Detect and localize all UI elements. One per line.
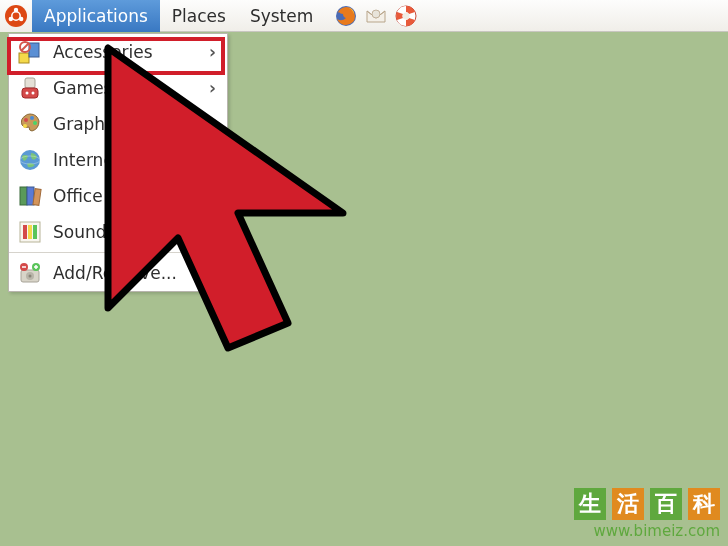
watermark-char: 生 bbox=[574, 488, 606, 520]
menu-applications[interactable]: Applications bbox=[32, 0, 160, 32]
svg-point-18 bbox=[30, 116, 34, 120]
internet-icon bbox=[17, 147, 43, 173]
menu-item-accessories[interactable]: Accessories › bbox=[9, 34, 227, 70]
menu-applications-label: Applications bbox=[44, 6, 148, 26]
watermark-char: 活 bbox=[612, 488, 644, 520]
menu-item-graphics[interactable]: Graphics bbox=[9, 106, 227, 142]
menu-item-label: Sound & Video bbox=[53, 222, 199, 242]
menu-places-label: Places bbox=[172, 6, 226, 26]
watermark: 生 活 百 科 www.bimeiz.com bbox=[574, 488, 720, 540]
panel-launchers bbox=[333, 3, 419, 29]
menu-system[interactable]: System bbox=[238, 0, 325, 32]
watermark-char: 科 bbox=[688, 488, 720, 520]
menu-places[interactable]: Places bbox=[160, 0, 238, 32]
graphics-icon bbox=[17, 111, 43, 137]
office-icon bbox=[17, 183, 43, 209]
svg-point-17 bbox=[24, 118, 28, 122]
svg-rect-14 bbox=[22, 88, 38, 98]
submenu-arrow-icon: › bbox=[209, 78, 219, 98]
menu-item-label: Graphics bbox=[53, 114, 199, 134]
menu-item-sound-video[interactable]: Sound & Video bbox=[9, 214, 227, 250]
add-remove-icon bbox=[17, 260, 43, 286]
menu-item-label: Internet bbox=[53, 150, 199, 170]
svg-point-19 bbox=[33, 121, 37, 125]
menu-item-label: Games bbox=[53, 78, 199, 98]
menu-item-games[interactable]: Games › bbox=[9, 70, 227, 106]
menu-item-add-remove[interactable]: Add/Remove... bbox=[9, 255, 227, 291]
multimedia-icon bbox=[17, 219, 43, 245]
svg-line-12 bbox=[21, 43, 29, 51]
svg-point-15 bbox=[26, 92, 29, 95]
svg-point-8 bbox=[403, 12, 410, 19]
menu-item-office[interactable]: Office bbox=[9, 178, 227, 214]
svg-rect-27 bbox=[23, 225, 27, 239]
watermark-chars: 生 活 百 科 bbox=[574, 488, 720, 520]
applications-menu: Accessories › Games › Graphics bbox=[8, 33, 228, 292]
svg-rect-13 bbox=[25, 78, 35, 88]
menu-item-label: Add/Remove... bbox=[53, 263, 199, 283]
menu-item-label: Accessories bbox=[53, 42, 199, 62]
svg-rect-23 bbox=[20, 187, 27, 205]
menu-system-label: System bbox=[250, 6, 313, 26]
help-icon[interactable] bbox=[393, 3, 419, 29]
accessories-icon bbox=[17, 39, 43, 65]
menu-item-label: Office bbox=[53, 186, 199, 206]
top-panel: Applications Places System bbox=[0, 0, 728, 32]
menu-item-internet[interactable]: Internet bbox=[9, 142, 227, 178]
svg-point-6 bbox=[372, 10, 380, 18]
watermark-char: 百 bbox=[650, 488, 682, 520]
menu-separator bbox=[9, 252, 227, 253]
firefox-icon[interactable] bbox=[333, 3, 359, 29]
ubuntu-logo-icon[interactable] bbox=[0, 0, 32, 32]
svg-rect-28 bbox=[28, 225, 32, 239]
mail-icon[interactable] bbox=[363, 3, 389, 29]
watermark-url: www.bimeiz.com bbox=[574, 522, 720, 540]
svg-point-16 bbox=[32, 92, 35, 95]
submenu-arrow-icon: › bbox=[209, 42, 219, 62]
svg-rect-9 bbox=[19, 53, 29, 63]
svg-point-20 bbox=[23, 124, 27, 128]
svg-rect-29 bbox=[33, 225, 37, 239]
games-icon bbox=[17, 75, 43, 101]
svg-point-32 bbox=[29, 275, 32, 278]
